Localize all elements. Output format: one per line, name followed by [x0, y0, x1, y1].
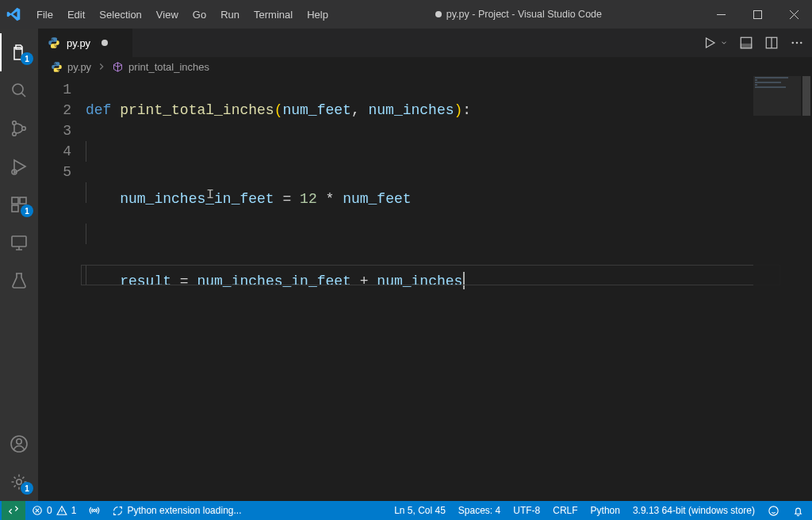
- extensions-badge: 1: [21, 205, 33, 217]
- chevron-right-icon: [96, 61, 107, 72]
- status-ln-col[interactable]: Ln 5, Col 45: [388, 501, 452, 520]
- activity-accounts[interactable]: [0, 425, 38, 463]
- explorer-badge: 1: [21, 52, 33, 65]
- python-file-icon: [48, 36, 60, 49]
- activity-source-control[interactable]: [0, 109, 38, 147]
- more-actions-icon[interactable]: [790, 36, 804, 50]
- window-title: py.py - Project - Visual Studio Code: [335, 9, 703, 20]
- split-bottom-icon[interactable]: [739, 36, 753, 50]
- ibeam-cursor-icon: I: [206, 185, 214, 205]
- code-editor[interactable]: 1 2 3 4 5 def print_total_inches(num_fee…: [38, 76, 812, 501]
- tab-dirty-dot-icon: [102, 40, 108, 46]
- breadcrumb: py.py print_total_inches: [38, 57, 812, 76]
- svg-rect-1: [753, 10, 761, 18]
- python-file-icon: [51, 61, 63, 73]
- status-python-extension[interactable]: Python extension loading...: [106, 501, 247, 520]
- svg-point-5: [22, 127, 26, 131]
- svg-rect-7: [12, 197, 18, 204]
- close-button[interactable]: [776, 0, 812, 29]
- status-broadcast-icon[interactable]: [82, 501, 106, 520]
- minimize-button[interactable]: [703, 0, 739, 29]
- tab-label: py.py: [67, 37, 90, 49]
- vertical-scrollbar[interactable]: [801, 76, 812, 501]
- breadcrumb-file[interactable]: py.py: [51, 61, 91, 73]
- maximize-button[interactable]: [739, 0, 776, 29]
- status-encoding[interactable]: UTF-8: [507, 501, 546, 520]
- svg-point-18: [796, 42, 799, 44]
- svg-point-17: [791, 42, 794, 44]
- svg-rect-8: [20, 197, 26, 204]
- status-bar: 0 1 Python extension loading... Ln 5, Co…: [0, 501, 812, 520]
- code-content[interactable]: def print_total_inches(num_feet, num_inc…: [86, 76, 812, 501]
- activity-settings[interactable]: 1: [0, 463, 38, 501]
- tab-row: py.py: [38, 29, 812, 57]
- editor-actions: [695, 29, 812, 57]
- menu-edit[interactable]: Edit: [61, 6, 91, 24]
- status-language[interactable]: Python: [584, 501, 626, 520]
- run-play-icon[interactable]: [703, 36, 717, 50]
- svg-point-19: [800, 42, 802, 44]
- activity-extensions[interactable]: 1: [0, 185, 38, 224]
- status-feedback-icon[interactable]: [761, 501, 786, 520]
- line-gutter: 1 2 3 4 5: [38, 76, 86, 501]
- menu-file[interactable]: File: [30, 6, 59, 24]
- menu-go[interactable]: Go: [186, 6, 213, 24]
- settings-badge: 1: [21, 482, 33, 495]
- svg-rect-10: [12, 236, 26, 247]
- editor-group: py.py: [38, 29, 812, 501]
- status-problems[interactable]: 0 1: [25, 501, 82, 520]
- svg-rect-9: [12, 205, 18, 212]
- status-eol[interactable]: CRLF: [546, 501, 584, 520]
- svg-rect-0: [717, 14, 726, 15]
- menu-view[interactable]: View: [150, 6, 185, 24]
- vscode-logo-icon: [6, 7, 21, 21]
- minimap[interactable]: [753, 76, 801, 501]
- text-cursor-icon: [463, 272, 465, 289]
- status-interpreter[interactable]: 3.9.13 64-bit (windows store): [626, 501, 761, 520]
- symbol-method-icon: [112, 61, 124, 73]
- menu-bar: File Edit Selection View Go Run Terminal…: [30, 6, 335, 24]
- activity-testing[interactable]: [0, 262, 38, 300]
- menu-help[interactable]: Help: [301, 6, 335, 24]
- split-right-icon[interactable]: [764, 36, 779, 50]
- svg-point-2: [13, 84, 23, 94]
- menu-run[interactable]: Run: [214, 6, 246, 24]
- menu-selection[interactable]: Selection: [93, 6, 147, 24]
- status-bell-icon[interactable]: [786, 501, 810, 520]
- tab-py-py[interactable]: py.py: [38, 29, 133, 57]
- activity-run-debug[interactable]: [0, 147, 38, 185]
- activity-bar: 1 1 1: [0, 29, 38, 501]
- window-controls: [703, 0, 812, 29]
- breadcrumb-symbol[interactable]: print_total_inches: [112, 61, 209, 73]
- svg-point-21: [94, 510, 96, 512]
- svg-rect-15: [741, 44, 752, 48]
- titlebar: File Edit Selection View Go Run Terminal…: [0, 0, 812, 29]
- svg-point-22: [769, 506, 778, 514]
- svg-point-4: [13, 132, 17, 136]
- remote-indicator[interactable]: [2, 501, 25, 520]
- activity-search[interactable]: [0, 71, 38, 109]
- svg-point-12: [17, 439, 21, 444]
- svg-point-13: [17, 480, 21, 484]
- run-chevron-icon[interactable]: [720, 39, 728, 47]
- activity-remote-explorer[interactable]: [0, 224, 38, 262]
- activity-explorer[interactable]: 1: [0, 33, 38, 71]
- status-spaces[interactable]: Spaces: 4: [452, 501, 507, 520]
- title-dirty-dot-icon: [435, 11, 442, 17]
- menu-terminal[interactable]: Terminal: [247, 6, 299, 24]
- main-area: 1 1 1: [0, 29, 812, 501]
- scrollbar-thumb[interactable]: [802, 76, 810, 116]
- svg-point-3: [13, 121, 17, 125]
